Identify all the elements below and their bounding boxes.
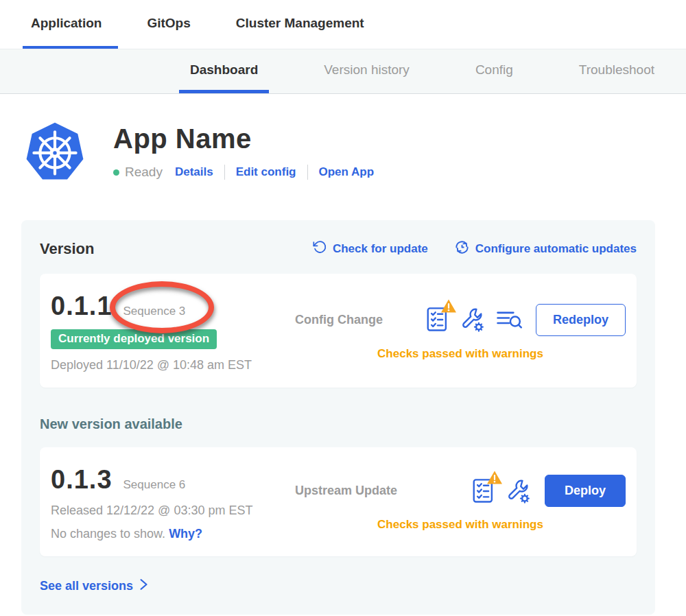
current-checks-status: Checks passed with warnings xyxy=(295,347,626,361)
current-version-row: 0.1.1 Sequence 3 xyxy=(51,292,279,321)
view-diff-icon[interactable] xyxy=(496,308,522,331)
current-version-source: Config Change xyxy=(295,313,413,327)
current-version-number: 0.1.1 xyxy=(51,292,113,321)
tab-cluster-management[interactable]: Cluster Management xyxy=(228,0,381,49)
available-version-row: 0.1.3 Sequence 6 xyxy=(51,465,279,495)
warning-triangle-icon xyxy=(486,470,503,485)
check-for-update-label: Check for update xyxy=(333,242,428,256)
current-version-actions: Config Change xyxy=(279,292,626,372)
app-title: App Name xyxy=(113,123,374,154)
version-panel-title: Version xyxy=(40,240,94,258)
current-version-check-icons xyxy=(426,307,522,333)
redeploy-button[interactable]: Redeploy xyxy=(536,304,626,336)
deployed-timestamp: Deployed 11/10/22 @ 10:48 am EST xyxy=(51,358,279,372)
available-version-info: 0.1.3 Sequence 6 Released 12/12/22 @ 03:… xyxy=(51,465,279,541)
available-version-check-icons xyxy=(472,478,531,504)
subtab-version-history-label: Version history xyxy=(324,62,410,78)
subtab-config-label: Config xyxy=(475,62,513,78)
subtab-dashboard[interactable]: Dashboard xyxy=(179,49,269,93)
preflight-checklist-icon[interactable] xyxy=(472,478,495,504)
available-version-card: 0.1.3 Sequence 6 Released 12/12/22 @ 03:… xyxy=(40,447,637,556)
subtab-troubleshoot-label: Troubleshoot xyxy=(579,62,654,78)
released-timestamp: Released 12/12/22 @ 03:30 pm EST xyxy=(51,504,279,518)
refresh-ccw-icon xyxy=(313,240,327,258)
details-link[interactable]: Details xyxy=(175,165,213,179)
subtab-config[interactable]: Config xyxy=(464,49,524,93)
configure-automatic-updates-button[interactable]: Configure automatic updates xyxy=(454,239,637,259)
warning-triangle-icon xyxy=(440,298,457,313)
available-version-sequence: Sequence 6 xyxy=(123,478,186,492)
tab-application[interactable]: Application xyxy=(23,0,118,49)
open-app-link[interactable]: Open App xyxy=(319,165,375,179)
wrench-gear-icon[interactable] xyxy=(460,307,485,333)
auto-update-clock-icon xyxy=(454,239,470,259)
tab-gitops[interactable]: GitOps xyxy=(139,0,206,49)
tab-gitops-label: GitOps xyxy=(147,16,190,31)
tab-application-label: Application xyxy=(31,16,102,31)
deploy-button[interactable]: Deploy xyxy=(545,475,626,507)
available-version-number: 0.1.3 xyxy=(51,465,113,495)
separator xyxy=(307,165,308,180)
app-status-row: Ready Details Edit config Open App xyxy=(113,165,374,180)
chevron-right-icon xyxy=(139,578,148,594)
edit-config-link[interactable]: Edit config xyxy=(236,165,296,179)
subtab-troubleshoot[interactable]: Troubleshoot xyxy=(568,49,665,93)
current-version-info: 0.1.1 Sequence 3 Currently deployed vers… xyxy=(51,292,279,372)
new-version-heading: New version available xyxy=(40,416,637,432)
app-status-label: Ready xyxy=(125,165,163,180)
version-panel: Version Check for update xyxy=(21,220,655,615)
no-changes-text: No changes to show. xyxy=(51,527,165,541)
see-all-versions-label: See all versions xyxy=(40,579,133,593)
available-checks-status: Checks passed with warnings xyxy=(295,518,626,532)
available-version-actions: Upstream Update xyxy=(279,465,626,541)
app-header-text: App Name Ready Details Edit config Open … xyxy=(113,120,374,185)
current-version-sequence: Sequence 3 xyxy=(123,305,186,318)
currently-deployed-badge: Currently deployed version xyxy=(51,329,217,349)
kubernetes-logo xyxy=(24,120,86,185)
why-link[interactable]: Why? xyxy=(169,527,202,541)
separator xyxy=(224,165,225,180)
current-version-card: 0.1.1 Sequence 3 Currently deployed vers… xyxy=(40,274,637,388)
preflight-checklist-icon[interactable] xyxy=(426,307,449,333)
version-panel-header: Version Check for update xyxy=(40,239,637,259)
available-version-actions-row: Upstream Update xyxy=(295,475,626,507)
app-header: App Name Ready Details Edit config Open … xyxy=(24,120,686,185)
top-nav: Application GitOps Cluster Management xyxy=(0,0,686,49)
subtab-dashboard-label: Dashboard xyxy=(190,62,258,78)
no-changes-line: No changes to show. Why? xyxy=(51,527,279,541)
tab-cluster-management-label: Cluster Management xyxy=(236,16,364,31)
subtab-version-history[interactable]: Version history xyxy=(313,49,421,93)
current-version-actions-row: Config Change xyxy=(295,304,626,336)
app-sub-nav: Dashboard Version history Config Trouble… xyxy=(0,49,686,94)
version-panel-actions: Check for update Configure automatic upd… xyxy=(313,239,637,259)
ready-status-dot-icon xyxy=(113,169,119,176)
configure-automatic-updates-label: Configure automatic updates xyxy=(475,242,637,256)
wrench-gear-icon[interactable] xyxy=(506,478,531,504)
see-all-versions-link[interactable]: See all versions xyxy=(40,578,637,594)
available-version-source: Upstream Update xyxy=(295,484,413,498)
check-for-update-button[interactable]: Check for update xyxy=(313,240,428,258)
